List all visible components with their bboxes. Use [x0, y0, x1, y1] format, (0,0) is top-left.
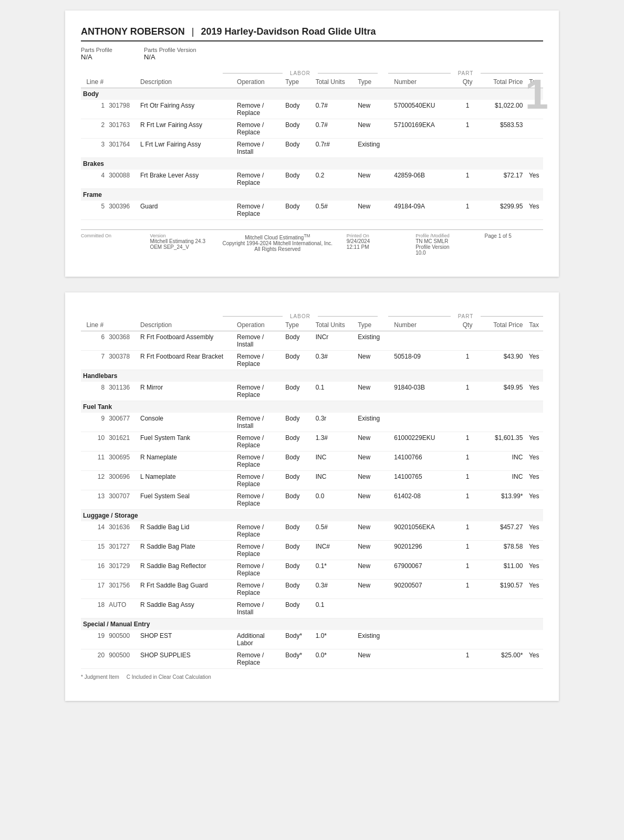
table-row: 15 301727 R Saddle Bag Plate Remove /Rep…	[81, 541, 543, 560]
cell-desc: R Saddle Bag Plate	[138, 541, 235, 560]
cell-ptype: New	[356, 170, 392, 189]
cell-qty: 1	[459, 382, 477, 401]
cell-ltype: Body	[283, 432, 314, 452]
cell-id: 300088	[107, 170, 138, 189]
cell-line: 16	[81, 560, 107, 580]
cell-units: 0.7r#	[314, 139, 356, 158]
group-header: Brakes	[81, 158, 543, 170]
cell-qty	[459, 139, 477, 158]
cell-ptype: New	[356, 119, 392, 139]
cell-desc: SHOP EST	[138, 630, 235, 649]
cell-num: 90201296	[392, 541, 459, 560]
cell-op: Remove /Replace	[235, 471, 283, 490]
table-row: 5 300396 Guard Remove /Replace Body 0.5#…	[81, 201, 543, 220]
page-2: LABOR PART Line # Description Operation …	[65, 292, 559, 701]
cell-op: Remove /Install	[235, 331, 283, 351]
cell-qty: 1	[459, 201, 477, 220]
cell-tax	[525, 630, 543, 649]
cell-tax: Yes	[525, 201, 543, 220]
cell-op: Remove /Replace	[235, 560, 283, 580]
cell-units: 0.0	[314, 490, 356, 510]
table-row: 17 301756 R Frt Saddle Bag Guard Remove …	[81, 580, 543, 599]
cell-id: 301729	[107, 560, 138, 580]
cell-desc: Fuel System Seal	[138, 490, 235, 510]
cell-id: 301763	[107, 119, 138, 139]
cell-line: 17	[81, 580, 107, 599]
cell-units: INC	[314, 452, 356, 471]
cell-ltype: Body*	[283, 630, 314, 649]
cell-ptype: Existing	[356, 139, 392, 158]
cell-id: 301636	[107, 521, 138, 541]
cell-qty	[459, 630, 477, 649]
col-header-num-2: Number	[392, 319, 459, 331]
cell-ptype: New	[356, 521, 392, 541]
cell-line: 14	[81, 521, 107, 541]
col-header-ptype: Type	[356, 76, 392, 88]
cell-qty: 1	[459, 452, 477, 471]
cell-units: 0.2	[314, 170, 356, 189]
customer-name: ANTHONY ROBERSON	[81, 26, 185, 37]
cell-num: 50518-09	[392, 351, 459, 370]
cell-ptype: New	[356, 649, 392, 669]
cell-line: 4	[81, 170, 107, 189]
cell-ptype: New	[356, 382, 392, 401]
cell-tax	[525, 139, 543, 158]
table-row: 3 301764 L Frt Lwr Fairing Assy Remove /…	[81, 139, 543, 158]
cell-qty	[459, 599, 477, 618]
cell-price: $11.00	[476, 560, 525, 580]
parts-profile-version-label: Parts Profile Version	[144, 47, 196, 53]
cell-tax: Yes	[525, 649, 543, 669]
col-header-qty-2: Qty	[459, 319, 477, 331]
cell-op: Remove /Replace	[235, 119, 283, 139]
cell-units: 1.3#	[314, 432, 356, 452]
cell-line: 11	[81, 452, 107, 471]
cell-units: 0.3#	[314, 580, 356, 599]
cell-qty: 1	[459, 490, 477, 510]
cell-num: 57000540EKU	[392, 100, 459, 119]
cell-desc: R Frt Saddle Bag Guard	[138, 580, 235, 599]
cell-price: INC	[476, 471, 525, 490]
footer-copyright: Mitchell Cloud EstimatingTM Copyright 19…	[219, 233, 336, 256]
table-row: 9 300677 Console Remove /Install Body 0.…	[81, 413, 543, 432]
cell-desc: R Saddle Bag Reflector	[138, 560, 235, 580]
cell-units: 0.7#	[314, 119, 356, 139]
group-header: Luggage / Storage	[81, 510, 543, 522]
cell-price: $457.27	[476, 521, 525, 541]
cell-num: 49184-09A	[392, 201, 459, 220]
parts-profile-version-value: N/A	[144, 53, 196, 61]
cell-ltype: Body	[283, 139, 314, 158]
cell-price: $25.00*	[476, 649, 525, 669]
report-title: ANTHONY ROBERSON | 2019 Harley-Davidson …	[81, 26, 543, 41]
cell-line: 1	[81, 100, 107, 119]
col-header-id	[107, 76, 138, 88]
cell-ptype: New	[356, 471, 392, 490]
cell-num: 61000229EKU	[392, 432, 459, 452]
cell-units: INC#	[314, 541, 356, 560]
cell-tax: Yes	[525, 560, 543, 580]
vehicle-info: 2019 Harley-Davidson Road Glide Ultra	[201, 26, 376, 37]
cell-price: $1,022.00	[476, 100, 525, 119]
footer-version: Version Mitchell Estimating 24.3OEM SEP_…	[150, 233, 208, 256]
cell-op: Remove /Replace	[235, 541, 283, 560]
cell-ltype: Body	[283, 452, 314, 471]
cell-tax: Yes	[525, 490, 543, 510]
parts-profile-block: Parts Profile N/A	[81, 47, 112, 61]
cell-line: 13	[81, 490, 107, 510]
table-row: 13 300707 Fuel System Seal Remove /Repla…	[81, 490, 543, 510]
col-header-num: Number	[392, 76, 459, 88]
col-header-qty: Qty	[459, 76, 477, 88]
table-row: 4 300088 Frt Brake Lever Assy Remove /Re…	[81, 170, 543, 189]
cell-ptype: Existing	[356, 331, 392, 351]
cell-ptype: New	[356, 541, 392, 560]
cell-line: 18	[81, 599, 107, 618]
table-row: 12 300696 L Nameplate Remove /Replace Bo…	[81, 471, 543, 490]
cell-units: 1.0*	[314, 630, 356, 649]
cell-id: 300378	[107, 351, 138, 370]
cell-ltype: Body	[283, 580, 314, 599]
col-header-desc: Description	[138, 76, 235, 88]
cell-ptype: New	[356, 201, 392, 220]
cell-units: 0.3r	[314, 413, 356, 432]
cell-id: 301764	[107, 139, 138, 158]
group-header: Handlebars	[81, 370, 543, 382]
cell-desc: L Frt Lwr Fairing Assy	[138, 139, 235, 158]
